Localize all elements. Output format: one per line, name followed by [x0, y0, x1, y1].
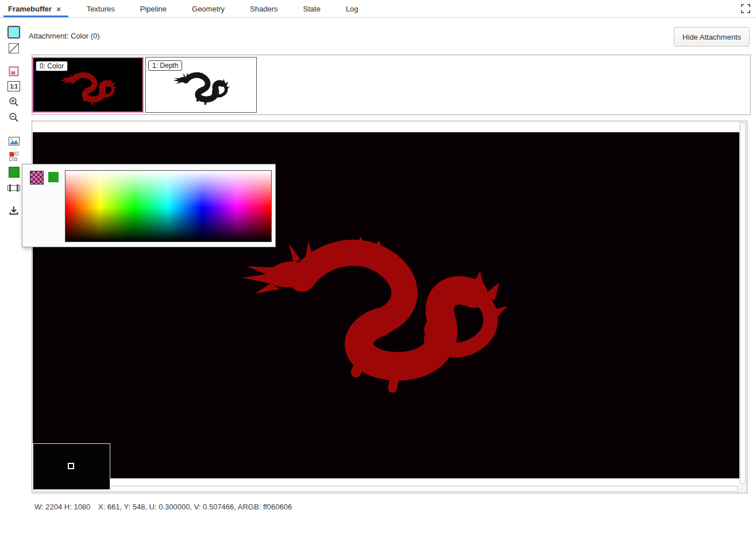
pink-checker-swatch[interactable] [30, 171, 44, 185]
fullscreen-icon[interactable] [741, 4, 750, 13]
tab-shaders[interactable]: Shaders [237, 0, 290, 17]
zoom-in-icon [9, 97, 19, 107]
vertical-scrollbar-thumb[interactable] [740, 122, 746, 484]
range-control-button[interactable] [7, 181, 21, 195]
tab-state[interactable]: State [291, 0, 333, 17]
minimap-cursor [68, 463, 74, 469]
image-icon [9, 137, 20, 145]
pixel-context-minimap[interactable] [33, 443, 110, 490]
background-color-swatch[interactable] [7, 25, 21, 39]
attachment-thumbnail-depth[interactable]: 1: Depth [145, 57, 257, 113]
attachment-thumbnail-color[interactable]: 0: Color [32, 57, 144, 113]
zoom-actual-size-button[interactable]: 1:1 [7, 79, 21, 93]
depth-attachment-preview [167, 66, 236, 107]
zoom-out-button[interactable] [7, 110, 21, 124]
save-icon [9, 205, 19, 216]
image-size-text: W: 2204 H: 1080 [34, 503, 90, 511]
hsv-gradient-field[interactable] [65, 170, 272, 242]
tab-textures[interactable]: Textures [74, 0, 128, 17]
status-bar: W: 2204 H: 1080 X: 661, Y: 548, U: 0.300… [34, 503, 298, 511]
tab-log[interactable]: Log [333, 0, 371, 17]
tab-label: Framebuffer [8, 5, 52, 13]
tab-framebuffer[interactable]: Framebuffer × [0, 0, 74, 17]
attachment-title: Attachment: Color (0) [29, 32, 100, 40]
hide-attachments-button[interactable]: Hide Attachments [674, 27, 750, 47]
color-attachment-preview [53, 66, 122, 107]
attachment-label: 0: Color [36, 61, 68, 71]
range-icon [7, 184, 20, 192]
alpha-diagonal-icon [9, 43, 19, 53]
color-picker-popup [22, 164, 276, 247]
fit-to-window-icon [9, 66, 19, 76]
pixel-info-text: X: 661, Y: 548, U: 0.300000, V: 0.507466… [98, 503, 292, 511]
tab-bar: Framebuffer × Textures Pipeline Geometry… [0, 0, 756, 18]
alpha-background-button[interactable] [7, 41, 21, 55]
fit-to-window-button[interactable] [7, 64, 21, 78]
image-view-button[interactable] [7, 134, 21, 148]
cyan-swatch-icon [7, 26, 20, 39]
attachment-label: 1: Depth [148, 60, 182, 71]
scrollbar-corner [739, 485, 746, 492]
close-icon[interactable]: × [56, 5, 61, 13]
attachments-strip: 0: Color 1: Depth [32, 55, 751, 115]
picked-color-swatch[interactable] [7, 165, 21, 179]
green-swatch-icon [9, 167, 20, 178]
horizontal-scrollbar-thumb[interactable] [33, 486, 738, 492]
tab-pipeline[interactable]: Pipeline [128, 0, 179, 17]
vertical-scrollbar[interactable] [739, 122, 746, 485]
channels-button[interactable] [7, 149, 21, 163]
zoom-in-button[interactable] [7, 95, 21, 109]
tab-geometry[interactable]: Geometry [179, 0, 237, 17]
green-swatch[interactable] [48, 172, 59, 182]
save-button[interactable] [7, 204, 21, 217]
channels-icon [9, 152, 18, 161]
zoom-out-icon [9, 112, 19, 122]
horizontal-scrollbar[interactable] [33, 485, 739, 492]
one-to-one-icon: 1:1 [7, 81, 20, 91]
